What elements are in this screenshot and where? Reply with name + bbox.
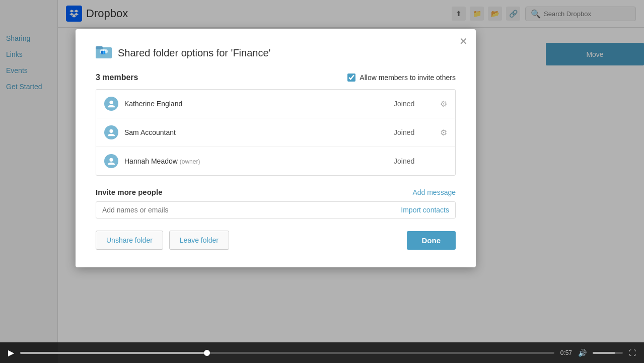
progress-track[interactable] (20, 352, 554, 354)
member-status: Joined (394, 100, 434, 108)
gear-icon[interactable]: ⚙ (440, 128, 447, 137)
modal-footer: Unshare folder Leave folder Done (96, 231, 456, 250)
svg-point-11 (109, 101, 113, 104)
member-status: Joined (394, 157, 434, 165)
video-bar: ▶ 0:57 🔊 ⛶ (0, 342, 644, 363)
owner-tag: (owner) (180, 158, 200, 165)
progress-thumb (204, 350, 210, 356)
volume-track[interactable] (593, 352, 623, 354)
modal-close-button[interactable]: ✕ (459, 36, 468, 46)
member-name: Hannah Meadow (owner) (124, 157, 388, 165)
shared-folder-icon: 👥 (96, 44, 112, 62)
members-table: Katherine England Joined ⚙ Sam Accountan… (96, 89, 456, 176)
invite-section-label: Invite more people (96, 188, 163, 196)
leave-folder-button[interactable]: Leave folder (169, 231, 229, 250)
add-message-link[interactable]: Add message (412, 188, 456, 196)
members-count: 3 members (96, 73, 138, 82)
modal-header-row: 3 members Allow members to invite others (96, 73, 456, 82)
svg-text:👥: 👥 (101, 49, 106, 54)
done-button[interactable]: Done (407, 231, 456, 250)
volume-icon[interactable]: 🔊 (578, 349, 587, 357)
time-display: 0:57 (560, 349, 572, 356)
gear-icon[interactable]: ⚙ (440, 99, 447, 109)
invite-input-row[interactable]: Import contacts (96, 201, 456, 219)
member-name: Katherine England (124, 100, 388, 108)
avatar (104, 125, 118, 139)
play-button[interactable]: ▶ (8, 348, 14, 357)
member-name: Sam Accountant (124, 128, 388, 136)
unshare-folder-button[interactable]: Unshare folder (96, 231, 163, 250)
allow-invite-label: Allow members to invite others (360, 74, 456, 82)
modal-title: 👥 Shared folder options for 'Finance' (96, 44, 456, 62)
member-status: Joined (394, 128, 434, 136)
progress-fill (20, 352, 207, 354)
table-row: Sam Accountant Joined ⚙ (96, 118, 455, 147)
invite-header: Invite more people Add message (96, 188, 456, 196)
shared-folder-modal: ✕ 👥 Shared folder options for 'Finance' … (76, 29, 476, 267)
import-contacts-link[interactable]: Import contacts (401, 206, 449, 214)
volume-fill (593, 352, 615, 354)
avatar (104, 154, 118, 168)
allow-invite-checkbox[interactable] (347, 74, 355, 82)
modal-title-text: Shared folder options for 'Finance' (118, 47, 270, 59)
table-row: Katherine England Joined ⚙ (96, 90, 455, 118)
svg-point-12 (109, 129, 113, 133)
svg-rect-6 (96, 46, 103, 49)
table-row: Hannah Meadow (owner) Joined ⚙ (96, 147, 455, 175)
fullscreen-icon[interactable]: ⛶ (629, 349, 636, 357)
svg-point-13 (109, 158, 113, 162)
avatar (104, 97, 118, 111)
allow-invite-row: Allow members to invite others (347, 74, 456, 82)
invite-input[interactable] (102, 206, 401, 214)
